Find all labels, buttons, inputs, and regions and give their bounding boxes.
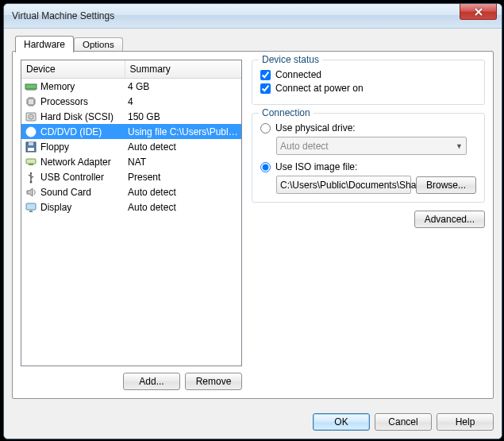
device-summary: 150 GB	[125, 109, 241, 124]
settings-window: Virtual Machine Settings Hardware Option…	[3, 3, 502, 439]
device-name: Display	[40, 202, 71, 213]
combo-iso-path[interactable]: C:\Users\Public\Documents\Sha ▼	[276, 176, 411, 194]
window-title: Virtual Machine Settings	[12, 10, 460, 21]
device-name: Floppy	[40, 141, 69, 153]
tabstrip: Hardware Options	[15, 35, 494, 52]
table-row[interactable]: CD/DVD (IDE)Using file C:\Users\Public\D…	[21, 124, 241, 139]
tab-hardware[interactable]: Hardware	[15, 36, 74, 52]
memory-icon	[25, 80, 37, 93]
dialog-body: Hardware Options Device Summary	[4, 29, 502, 407]
device-name: Sound Card	[40, 187, 91, 198]
device-summary: 4	[125, 94, 241, 109]
radio-iso[interactable]	[260, 162, 271, 172]
table-row[interactable]: Processors4	[21, 94, 241, 109]
radio-iso-label: Use ISO image file:	[275, 161, 357, 172]
checkbox-connect-poweron[interactable]	[260, 83, 271, 94]
device-summary: Auto detect	[125, 184, 241, 199]
table-row[interactable]: Hard Disk (SCSI)150 GB	[21, 109, 241, 124]
checkbox-connect-poweron-row[interactable]: Connect at power on	[260, 83, 476, 94]
device-summary: 4 GB	[125, 79, 241, 95]
close-icon	[475, 8, 483, 16]
chevron-down-icon: ▼	[456, 142, 463, 150]
browse-button[interactable]: Browse...	[416, 176, 476, 194]
svg-rect-10	[26, 159, 36, 164]
hdd-icon	[25, 110, 37, 123]
svg-point-12	[30, 180, 33, 183]
device-summary: Auto detect	[125, 139, 241, 154]
tab-options[interactable]: Options	[74, 37, 123, 51]
table-row[interactable]: DisplayAuto detect	[21, 199, 241, 215]
table-row[interactable]: USB ControllerPresent	[21, 169, 241, 184]
remove-button[interactable]: Remove	[185, 373, 242, 390]
device-summary: Using file C:\Users\Public\Doc...	[125, 124, 241, 139]
display-icon	[25, 201, 37, 214]
cpu-icon	[25, 95, 37, 108]
checkbox-connected-row[interactable]: Connected	[260, 69, 476, 80]
tab-page-hardware: Device Summary Memory4 GBProcessors4Hard…	[12, 51, 494, 399]
device-name: Network Adapter	[40, 157, 111, 168]
device-name: Hard Disk (SCSI)	[40, 111, 113, 122]
combo-physical-value: Auto detect	[280, 141, 329, 152]
combo-iso-value: C:\Users\Public\Documents\Sha	[280, 180, 416, 191]
checkbox-connected[interactable]	[260, 70, 271, 80]
close-button[interactable]	[460, 4, 497, 20]
sound-icon	[25, 186, 37, 199]
radio-physical-row[interactable]: Use physical drive:	[260, 122, 476, 133]
help-button[interactable]: Help	[437, 413, 494, 431]
col-summary[interactable]: Summary	[125, 60, 241, 79]
group-connection: Connection Use physical drive: Auto dete…	[252, 113, 485, 203]
ok-button[interactable]: OK	[313, 413, 370, 431]
device-name: CD/DVD (IDE)	[40, 126, 102, 137]
checkbox-connected-label: Connected	[275, 69, 321, 80]
usb-icon	[25, 171, 37, 184]
svg-point-6	[30, 130, 33, 133]
floppy-icon	[25, 141, 37, 153]
cd-icon	[25, 126, 37, 138]
dialog-footer: OK Cancel Help	[4, 407, 502, 439]
device-name: USB Controller	[40, 172, 104, 183]
add-button[interactable]: Add...	[123, 373, 180, 390]
svg-rect-9	[28, 148, 34, 151]
group-connection-legend: Connection	[259, 107, 314, 118]
group-device-status-legend: Device status	[259, 54, 322, 65]
device-summary: NAT	[125, 154, 241, 169]
svg-rect-1	[28, 99, 34, 105]
device-name: Processors	[40, 96, 88, 107]
svg-rect-8	[29, 142, 33, 145]
radio-physical[interactable]	[260, 123, 271, 133]
svg-point-4	[30, 116, 32, 118]
table-row[interactable]: Network AdapterNAT	[21, 154, 241, 169]
titlebar[interactable]: Virtual Machine Settings	[4, 4, 502, 29]
device-summary: Auto detect	[125, 199, 241, 215]
right-pane: Device status Connected Connect at power…	[252, 60, 485, 390]
svg-rect-14	[26, 203, 36, 210]
device-list[interactable]: Device Summary Memory4 GBProcessors4Hard…	[21, 60, 242, 366]
radio-physical-label: Use physical drive:	[275, 122, 356, 133]
cancel-button[interactable]: Cancel	[375, 413, 432, 431]
table-row[interactable]: FloppyAuto detect	[21, 139, 241, 154]
advanced-button[interactable]: Advanced...	[414, 211, 485, 228]
left-pane: Device Summary Memory4 GBProcessors4Hard…	[21, 60, 242, 390]
device-name: Memory	[40, 81, 75, 92]
group-device-status: Device status Connected Connect at power…	[252, 60, 485, 105]
svg-rect-11	[29, 164, 33, 165]
net-icon	[25, 156, 37, 168]
combo-physical-drive: Auto detect ▼	[276, 137, 467, 155]
table-row[interactable]: Memory4 GB	[21, 79, 241, 95]
svg-rect-0	[25, 84, 37, 89]
device-summary: Present	[125, 169, 241, 184]
col-device[interactable]: Device	[21, 60, 125, 79]
checkbox-connect-poweron-label: Connect at power on	[275, 83, 364, 94]
table-row[interactable]: Sound CardAuto detect	[21, 184, 241, 199]
radio-iso-row[interactable]: Use ISO image file:	[260, 161, 476, 172]
svg-rect-13	[30, 172, 32, 174]
svg-rect-15	[29, 211, 33, 212]
